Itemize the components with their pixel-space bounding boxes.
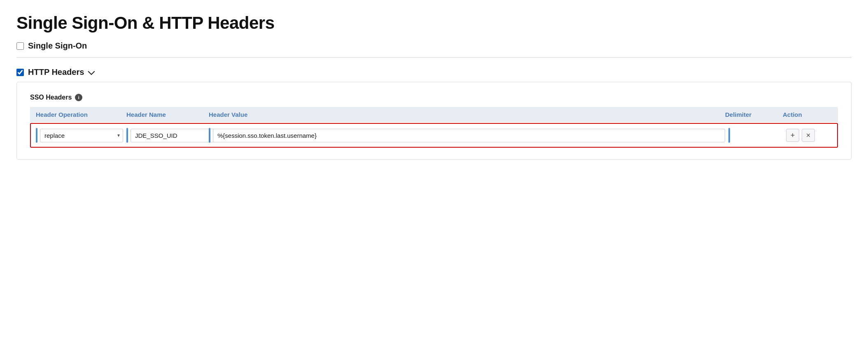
name-cell [125, 128, 207, 143]
header-name-input[interactable] [131, 129, 218, 142]
http-headers-panel: SSO Headers i Header Operation Header Na… [16, 82, 852, 160]
action-cell: + × [784, 129, 834, 142]
table-header: Header Operation Header Name Header Valu… [30, 107, 838, 122]
http-headers-row: HTTP Headers [16, 67, 852, 77]
delimiter-bar [728, 128, 730, 143]
sso-headers-title: SSO Headers i [30, 94, 838, 101]
remove-row-button[interactable]: × [802, 129, 815, 142]
section-divider [16, 57, 852, 58]
operation-divider [36, 128, 37, 143]
value-divider [209, 128, 210, 143]
table-row: replace insert delete append ▾ [30, 123, 838, 148]
page-title: Single Sign-On & HTTP Headers [16, 13, 852, 33]
col-header-action: Action [783, 111, 832, 118]
operation-select[interactable]: replace insert delete append [40, 129, 123, 142]
delimiter-cell [727, 128, 784, 143]
col-header-operation: Header Operation [36, 111, 126, 118]
name-divider [126, 128, 128, 143]
header-value-input[interactable] [213, 129, 725, 142]
single-sign-on-checkbox[interactable] [16, 42, 24, 50]
col-header-value: Header Value [209, 111, 725, 118]
http-headers-label[interactable]: HTTP Headers [28, 67, 84, 77]
single-sign-on-row: Single Sign-On [16, 41, 852, 51]
single-sign-on-label[interactable]: Single Sign-On [28, 41, 87, 51]
col-header-delimiter: Delimiter [725, 111, 783, 118]
action-buttons: + × [786, 129, 815, 142]
sso-headers-label: SSO Headers [30, 94, 72, 101]
sso-headers-info-icon[interactable]: i [75, 94, 82, 101]
col-header-name: Header Name [126, 111, 209, 118]
sso-headers-table: Header Operation Header Name Header Valu… [30, 107, 838, 148]
value-cell [207, 128, 727, 143]
http-headers-checkbox[interactable] [16, 69, 24, 76]
operation-select-wrapper: replace insert delete append ▾ [40, 129, 123, 142]
http-headers-chevron-down-icon[interactable] [88, 68, 95, 75]
add-row-button[interactable]: + [786, 129, 799, 142]
operation-cell: replace insert delete append ▾ [34, 128, 125, 143]
